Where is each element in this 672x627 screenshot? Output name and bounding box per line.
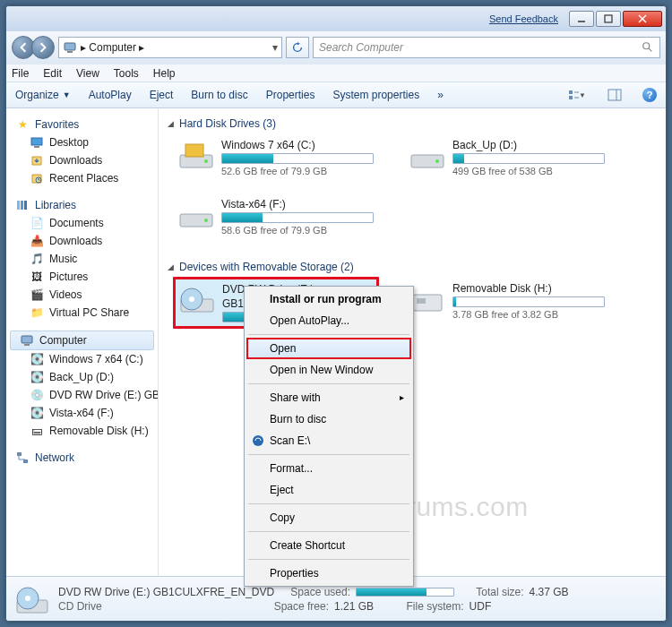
svg-rect-22 [17,452,22,456]
dvd-icon: 💿 [30,388,44,402]
search-box[interactable]: Search Computer [313,37,660,58]
sidebar-item-videos[interactable]: 🎬Videos [6,286,158,304]
sidebar-item-downloads[interactable]: Downloads [6,151,158,169]
send-feedback-link[interactable]: Send Feedback [489,13,558,24]
sidebar-item-documents[interactable]: 📄Documents [6,214,158,232]
drive-h[interactable]: Removable Disk (H:)3.78 GB free of 3.82 … [404,277,610,329]
menubar: File Edit View Tools Help [6,64,666,82]
context-format[interactable]: Format... [246,458,411,479]
burn-button[interactable]: Burn to disc [191,89,247,101]
sidebar-item-recent[interactable]: Recent Places [6,169,158,187]
toolbar-more-button[interactable]: » [437,89,444,101]
help-button[interactable]: ? [642,88,657,102]
svg-point-33 [189,296,194,302]
navbar: ▸ Computer ▸ ▾ Search Computer [6,31,666,64]
properties-button[interactable]: Properties [266,89,315,101]
drive-f[interactable]: Vista-x64 (F:)58.6 GB free of 79.9 GB [173,193,379,241]
sidebar-item-drive-h[interactable]: 🖴Removable Disk (H:) [6,422,158,440]
sidebar-item-pictures[interactable]: 🖼Pictures [6,268,158,286]
sidebar-item-drive-e[interactable]: 💿DVD RW Drive (E:) GB1C [6,386,158,404]
refresh-button[interactable] [286,37,309,58]
svg-line-7 [649,48,652,52]
music-icon: 🎵 [30,252,44,266]
computer-icon [20,333,34,348]
search-icon [642,41,654,54]
svg-rect-18 [21,201,23,210]
nav-buttons [12,36,55,59]
context-burn[interactable]: Burn to disc [246,408,411,430]
drive-icon: 💽 [30,352,44,366]
svg-point-39 [25,596,30,601]
menu-view[interactable]: View [76,67,99,80]
context-eject[interactable]: Eject [246,479,411,501]
sidebar-network-header[interactable]: Network [6,449,158,467]
sidebar-item-music[interactable]: 🎵Music [6,250,158,268]
drive-icon [178,198,214,232]
drive-icon [409,139,445,173]
sidebar-item-vpc[interactable]: 📁Virtual PC Share [6,304,158,322]
svg-rect-17 [17,201,20,210]
autoplay-button[interactable]: AutoPlay [89,89,132,101]
sidebar-item-downloads-lib[interactable]: 📥Downloads [6,232,158,250]
group-hdd-header[interactable]: ◢Hard Disk Drives (3) [168,114,657,133]
address-bar[interactable]: ▸ Computer ▸ ▾ [58,37,282,58]
breadcrumb[interactable]: ▸ Computer ▸ [81,41,144,54]
sidebar-item-drive-d[interactable]: 💽Back_Up (D:) [6,368,158,386]
collapse-icon: ◢ [168,119,174,128]
svg-point-6 [643,43,650,49]
svg-rect-21 [24,344,30,346]
nav-pane: ★Favorites Desktop Downloads Recent Plac… [6,108,159,576]
context-open-new-window[interactable]: Open in New Window [246,359,411,381]
sidebar-favorites-header[interactable]: ★Favorites [6,116,158,133]
svg-rect-35 [417,298,426,304]
context-menu: Install or run program Open AutoPlay... … [244,286,414,587]
star-icon: ★ [15,117,30,132]
details-usage-bar [356,588,454,597]
maximize-button[interactable] [596,11,621,27]
group-removable-header[interactable]: ◢Devices with Removable Storage (2) [168,257,657,277]
sidebar-libraries-header[interactable]: Libraries [6,196,158,214]
address-dropdown-icon[interactable]: ▾ [272,41,278,54]
menu-help[interactable]: Help [153,67,176,80]
context-open[interactable]: Open [246,338,411,359]
svg-rect-25 [185,144,203,157]
context-share-with[interactable]: Share with▸ [246,387,411,408]
downloads-icon [30,153,44,167]
separator [248,334,409,335]
system-properties-button[interactable]: System properties [332,89,419,101]
context-copy[interactable]: Copy [246,507,411,528]
drive-c[interactable]: Windows 7 x64 (C:)52.6 GB free of 79.9 G… [173,133,379,182]
submenu-arrow-icon: ▸ [400,392,404,402]
explorer-window: Send Feedback ▸ Computer ▸ ▾ Search Comp… [5,5,667,622]
svg-rect-4 [65,43,75,50]
svg-point-36 [253,435,263,446]
organize-button[interactable]: Organize ▼ [15,89,71,101]
menu-edit[interactable]: Edit [43,67,62,80]
close-button[interactable] [623,11,662,27]
context-properties[interactable]: Properties [246,563,411,584]
toolbar: Organize ▼ AutoPlay Eject Burn to disc P… [6,82,666,108]
minimize-button[interactable] [569,11,594,27]
eject-button[interactable]: Eject [150,89,174,101]
svg-rect-9 [569,96,573,99]
drive-icon: 💽 [30,406,44,420]
drive-icon [178,139,214,173]
sidebar-computer-header[interactable]: Computer [10,331,154,350]
menu-file[interactable]: File [12,67,29,80]
sidebar-item-drive-c[interactable]: 💽Windows 7 x64 (C:) [6,350,158,368]
view-mode-button[interactable]: ▼ [567,86,587,104]
drive-icon: 💽 [30,370,44,384]
svg-rect-5 [67,51,73,53]
context-scan[interactable]: Scan E:\ [246,430,411,451]
drive-d[interactable]: Back_Up (D:)499 GB free of 538 GB [404,133,610,182]
details-title: DVD RW Drive (E:) GB1CULXFRE_EN_DVD [58,586,274,598]
context-create-shortcut[interactable]: Create Shortcut [246,535,411,556]
sidebar-item-drive-f[interactable]: 💽Vista-x64 (F:) [6,404,158,422]
context-header: Install or run program [246,288,411,310]
menu-tools[interactable]: Tools [114,67,139,80]
preview-pane-button[interactable] [605,86,625,104]
sidebar-item-desktop[interactable]: Desktop [6,133,158,151]
context-open-autoplay[interactable]: Open AutoPlay... [246,310,411,331]
videos-icon: 🎬 [30,288,44,302]
forward-button[interactable] [31,36,55,59]
